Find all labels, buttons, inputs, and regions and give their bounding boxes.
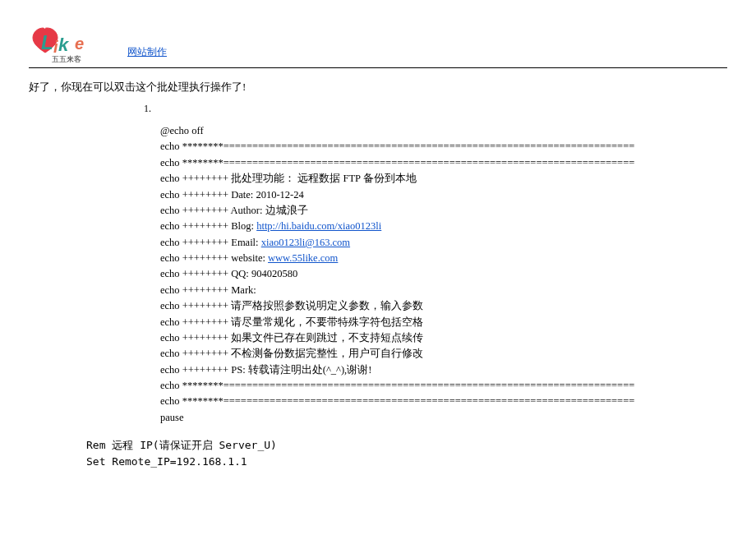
code-line: echo ++++++++ 批处理功能： 远程数据 FTP 备份到本地	[160, 171, 727, 187]
svg-text:五五来客: 五五来客	[52, 55, 81, 63]
like-logo: L i k e 五五来客	[29, 25, 111, 64]
code-line: @echo off	[160, 123, 727, 139]
svg-text:L: L	[41, 31, 53, 53]
code-line: echo ++++++++ Email: xiao0123li@163.com	[160, 235, 727, 251]
footer-line: Set Remote_IP=192.168.1.1	[86, 454, 727, 470]
code-line: echo ++++++++ Date: 2010-12-24	[160, 187, 727, 203]
header-divider	[29, 67, 727, 68]
list-number: 1.	[144, 103, 727, 115]
footer-line: Rem 远程 IP(请保证开启 Server_U)	[86, 437, 727, 454]
code-line: echo ++++++++ PS: 转载请注明出处(^_^),谢谢!	[160, 362, 727, 378]
intro-text: 好了，你现在可以双击这个批处理执行操作了!	[29, 80, 727, 95]
code-line: echo ********===========================…	[160, 155, 727, 171]
code-line: echo ++++++++ QQ: 904020580	[160, 266, 727, 282]
code-line: echo ++++++++ website: www.55like.com	[160, 251, 727, 266]
blog-link[interactable]: http://hi.baidu.com/xiao0123li	[256, 220, 381, 232]
website-link[interactable]: 网站制作	[127, 45, 167, 59]
page-header: L i k e 五五来客 网站制作	[29, 25, 727, 64]
svg-text:k: k	[58, 35, 70, 55]
code-line: echo ++++++++ Blog: http://hi.baidu.com/…	[160, 219, 727, 234]
code-line: echo ********===========================…	[160, 139, 727, 155]
code-line: echo ++++++++ 请尽量常规化，不要带特殊字符包括空格	[160, 315, 727, 330]
code-line: echo ++++++++ 请严格按照参数说明定义参数，输入参数	[160, 298, 727, 314]
code-line: echo ++++++++ 如果文件已存在则跳过，不支持短点续传	[160, 330, 727, 346]
code-line: echo ++++++++ 不检测备份数据完整性，用户可自行修改	[160, 346, 727, 362]
website-link[interactable]: www.55like.com	[268, 252, 338, 264]
svg-text:e: e	[75, 35, 84, 53]
code-line: echo ********===========================…	[160, 394, 727, 409]
code-line: echo ++++++++ Author: 边城浪子	[160, 203, 727, 219]
code-line: echo ++++++++ Mark:	[160, 283, 727, 298]
footer-code: Rem 远程 IP(请保证开启 Server_U) Set Remote_IP=…	[86, 437, 727, 469]
code-block: @echo off echo ********=================…	[160, 123, 727, 426]
code-line: pause	[160, 410, 727, 426]
code-line: echo ********===========================…	[160, 378, 727, 394]
email-link[interactable]: xiao0123li@163.com	[261, 237, 350, 248]
